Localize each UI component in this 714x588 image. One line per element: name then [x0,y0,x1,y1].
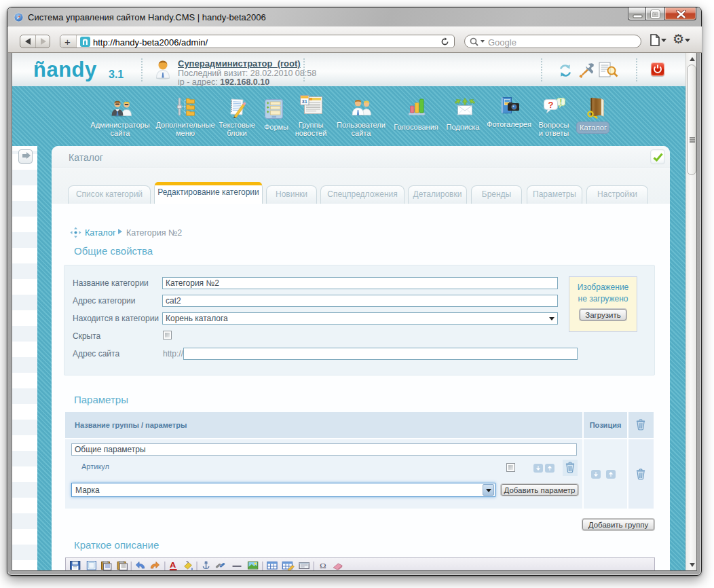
svg-text:A: A [170,561,176,570]
svg-text:Ω: Ω [320,562,326,570]
svg-text:!: ! [560,98,562,106]
svg-text:31: 31 [302,99,307,104]
svg-text:?: ? [548,100,554,110]
